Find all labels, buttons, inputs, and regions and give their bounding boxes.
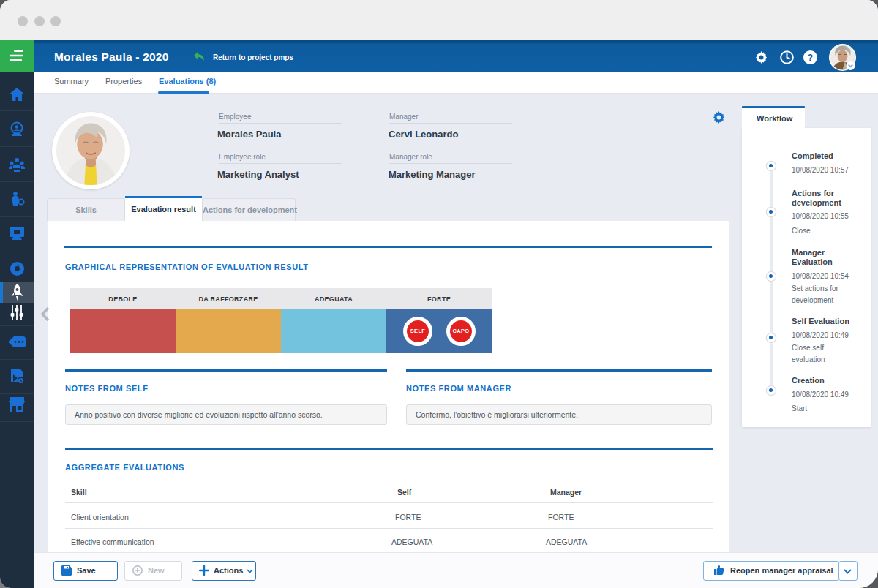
svg-text:?: ? — [808, 53, 813, 63]
